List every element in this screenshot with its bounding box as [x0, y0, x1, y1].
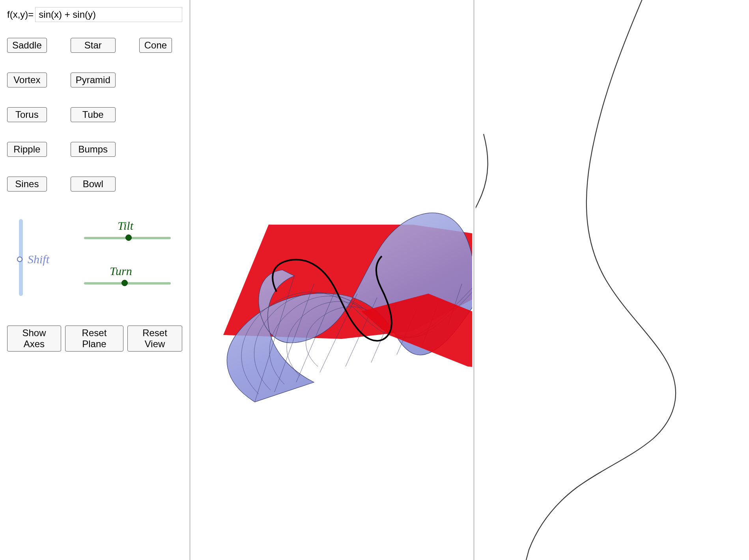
- preset-tube-button[interactable]: Tube: [71, 107, 116, 122]
- panel-divider-1[interactable]: [189, 0, 191, 560]
- preset-buttons-grid: Saddle Star Cone Vortex Pyramid Torus Tu…: [7, 38, 182, 192]
- turn-slider-label: Turn: [110, 264, 132, 278]
- intersection-curve-left: [476, 134, 488, 225]
- formula-input[interactable]: [35, 7, 182, 22]
- preset-saddle-button[interactable]: Saddle: [7, 38, 47, 53]
- intersection-curve-main: [526, 0, 676, 560]
- viewport-2d[interactable]: [476, 0, 749, 560]
- reset-view-button[interactable]: Reset View: [127, 326, 182, 352]
- formula-label: f(x,y)=: [7, 9, 34, 20]
- controls-panel: f(x,y)= Saddle Star Cone Vortex Pyramid …: [0, 0, 189, 560]
- actions-row: Show Axes Reset Plane Reset View: [7, 326, 182, 352]
- tilt-slider-label: Tilt: [118, 219, 133, 233]
- shift-slider-label: Shift: [28, 253, 49, 266]
- shift-slider[interactable]: [19, 219, 23, 296]
- reset-plane-button[interactable]: Reset Plane: [65, 326, 123, 352]
- tilt-slider-thumb[interactable]: [125, 234, 132, 241]
- turn-slider[interactable]: [84, 282, 171, 285]
- tilt-slider[interactable]: [84, 237, 171, 239]
- preset-bowl-button[interactable]: Bowl: [71, 177, 116, 192]
- sliders-area: Shift Tilt Turn: [7, 215, 182, 302]
- panel-divider-2[interactable]: [473, 0, 474, 560]
- preset-cone-button[interactable]: Cone: [139, 38, 172, 53]
- preset-star-button[interactable]: Star: [71, 38, 116, 53]
- turn-slider-thumb[interactable]: [121, 280, 128, 286]
- formula-row: f(x,y)=: [7, 7, 182, 22]
- preset-vortex-button[interactable]: Vortex: [7, 73, 47, 87]
- preset-pyramid-button[interactable]: Pyramid: [71, 73, 116, 87]
- shift-slider-thumb[interactable]: [17, 257, 22, 262]
- show-axes-button[interactable]: Show Axes: [7, 326, 61, 352]
- preset-bumps-button[interactable]: Bumps: [71, 142, 116, 157]
- preset-torus-button[interactable]: Torus: [7, 107, 47, 122]
- intersection-curve-plot: [476, 0, 749, 560]
- preset-ripple-button[interactable]: Ripple: [7, 142, 47, 157]
- surface-plot-3d: [192, 0, 472, 560]
- preset-sines-button[interactable]: Sines: [7, 177, 47, 192]
- viewport-3d[interactable]: [192, 0, 472, 560]
